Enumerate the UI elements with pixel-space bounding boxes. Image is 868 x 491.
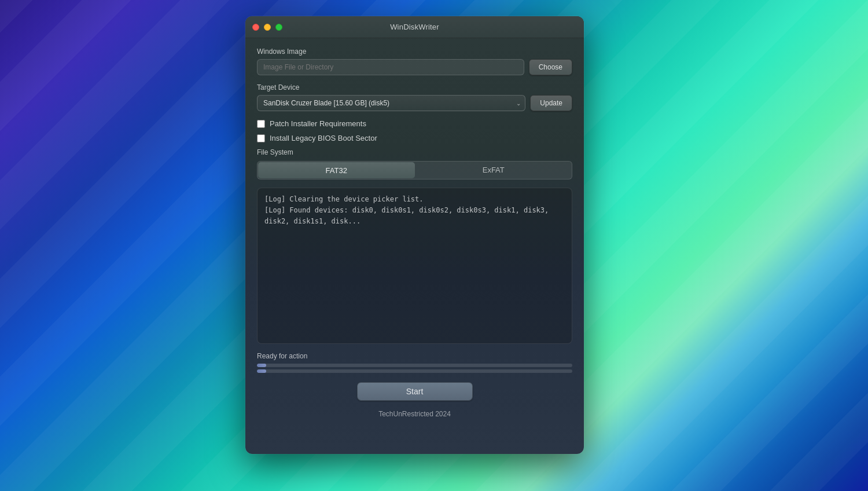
choose-button[interactable]: Choose: [529, 59, 572, 75]
log-output[interactable]: [Log] Clearing the device picker list. […: [257, 188, 572, 344]
legacy-bios-label[interactable]: Install Legacy BIOS Boot Sector: [270, 134, 377, 142]
patch-installer-row: Patch Installer Requirements: [257, 119, 572, 128]
traffic-lights: [252, 24, 282, 31]
log-line-2: [Log] Found devices: disk0, disk0s1, dis…: [264, 205, 565, 227]
legacy-bios-row: Install Legacy BIOS Boot Sector: [257, 134, 572, 142]
legacy-bios-checkbox[interactable]: [257, 134, 265, 142]
start-button[interactable]: Start: [357, 382, 473, 401]
device-select-wrapper: SanDisk Cruzer Blade [15.60 GB] (disk5) …: [257, 95, 525, 111]
progress-fill-1: [257, 364, 266, 367]
update-button[interactable]: Update: [530, 95, 572, 111]
progress-bar-2: [257, 369, 572, 373]
patch-installer-label[interactable]: Patch Installer Requirements: [270, 119, 366, 128]
progress-bar-1: [257, 364, 572, 367]
filesystem-segment-control: FAT32 ExFAT: [257, 161, 572, 179]
device-select[interactable]: SanDisk Cruzer Blade [15.60 GB] (disk5): [257, 95, 525, 111]
footer-text: TechUnRestricted 2024: [257, 410, 572, 418]
target-device-label: Target Device: [257, 83, 572, 91]
patch-installer-checkbox[interactable]: [257, 120, 265, 128]
close-button[interactable]: [252, 24, 259, 31]
fat32-segment-button[interactable]: FAT32: [258, 162, 415, 178]
target-device-row: SanDisk Cruzer Blade [15.60 GB] (disk5) …: [257, 95, 572, 111]
progress-fill-2: [257, 369, 266, 373]
minimize-button[interactable]: [264, 24, 271, 31]
maximize-button[interactable]: [275, 24, 282, 31]
windows-image-label: Windows Image: [257, 47, 572, 56]
image-path-input[interactable]: [257, 59, 524, 75]
exfat-segment-button[interactable]: ExFAT: [415, 162, 572, 178]
window-content: Windows Image Choose Target Device SanDi…: [245, 38, 584, 427]
window-title: WinDiskWriter: [390, 23, 439, 31]
titlebar: WinDiskWriter: [245, 16, 584, 38]
windows-image-row: Choose: [257, 59, 572, 75]
filesystem-label: File System: [257, 148, 572, 156]
main-window: WinDiskWriter Windows Image Choose Targe…: [245, 16, 584, 454]
log-line-1: [Log] Clearing the device picker list.: [264, 194, 565, 205]
status-label: Ready for action: [257, 352, 572, 360]
